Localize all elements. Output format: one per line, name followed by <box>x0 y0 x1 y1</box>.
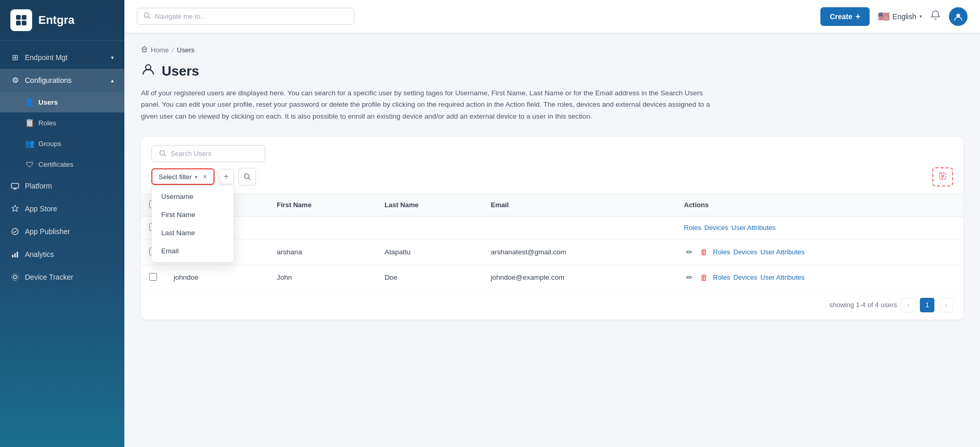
svg-rect-8 <box>12 255 13 257</box>
filter-option-first-name[interactable]: First Name <box>152 206 234 224</box>
sidebar-sub-label-groups: Groups <box>38 140 61 148</box>
chevron-left-icon: ‹ <box>907 301 910 309</box>
export-button[interactable] <box>932 167 953 186</box>
sidebar-item-platform[interactable]: Platform <box>0 175 124 197</box>
delete-button-1[interactable]: 🗑 <box>698 247 710 257</box>
sidebar-sub-label-users: Users <box>38 98 58 106</box>
header-first-name: First Name <box>268 194 376 216</box>
table-row: johndoeJohnDoejohndoe@example.com✏🗑Roles… <box>141 265 963 290</box>
certificates-icon: 🛡 <box>25 160 34 169</box>
svg-rect-10 <box>17 252 18 257</box>
cell-last-name-0 <box>376 216 482 239</box>
users-table: Username First Name Last Name Email Acti <box>141 194 963 290</box>
create-plus-icon: + <box>856 12 860 21</box>
action-link-devices-0[interactable]: Devices <box>704 224 728 232</box>
table-row: arshanaarshanaAtapattuarshanatest@gmail.… <box>141 239 963 265</box>
logo-icon <box>10 9 32 31</box>
action-link-roles-1[interactable]: Roles <box>713 248 730 256</box>
delete-button-2[interactable]: 🗑 <box>698 272 710 283</box>
cell-first-name-1: arshana <box>268 239 376 265</box>
table-section: Search Users Select filter ▾ × Username <box>141 137 963 320</box>
home-icon <box>141 46 148 54</box>
search-filter-button[interactable] <box>238 168 256 185</box>
breadcrumb-home[interactable]: Home <box>151 46 169 54</box>
edit-button-2[interactable]: ✏ <box>684 272 695 283</box>
action-link-roles-2[interactable]: Roles <box>713 273 730 281</box>
topbar: Navigate me to... Create + 🇺🇸 English ▾ <box>124 0 980 33</box>
analytics-icon <box>10 250 20 259</box>
delete-icon-1: 🗑 <box>700 248 708 256</box>
action-link-devices-1[interactable]: Devices <box>733 248 757 256</box>
cell-actions-0: RolesDevicesUser Attributes <box>676 216 963 239</box>
filter-tag-label: Select filter <box>159 173 192 181</box>
create-button[interactable]: Create + <box>820 7 870 26</box>
action-link-roles-0[interactable]: Roles <box>684 224 701 232</box>
create-button-label: Create <box>830 12 853 21</box>
header-last-name: Last Name <box>376 194 482 216</box>
next-page-button[interactable]: › <box>939 298 953 312</box>
svg-point-11 <box>13 276 17 279</box>
table-header-row: Username First Name Last Name Email Acti <box>141 194 963 216</box>
sidebar-item-label-endpoint-mgt: Endpoint Mgt <box>25 53 68 62</box>
sidebar-item-groups[interactable]: 👥 Groups <box>0 133 124 154</box>
search-users-placeholder: Search Users <box>171 150 211 157</box>
svg-rect-3 <box>22 21 26 25</box>
pagination-bar: showing 1-4 of 4 users ‹ 1 › <box>141 290 963 320</box>
edit-icon-1: ✏ <box>686 248 693 256</box>
sidebar-item-certificates[interactable]: 🛡 Certificates <box>0 154 124 175</box>
table-row: adminRolesDevicesUser Attributes <box>141 216 963 239</box>
edit-icon-2: ✏ <box>686 273 693 282</box>
notification-bell-icon[interactable] <box>930 10 941 23</box>
svg-point-18 <box>160 151 165 155</box>
row-checkbox-2[interactable] <box>149 273 157 281</box>
sidebar-item-analytics[interactable]: Analytics <box>0 243 124 266</box>
sidebar-item-label-device-tracker: Device Tracker <box>25 273 73 281</box>
sidebar-item-label-configurations: Configurations <box>25 76 72 84</box>
cell-first-name-2: John <box>268 265 376 290</box>
sidebar-item-configurations[interactable]: ⚙ Configurations ▴ <box>0 69 124 92</box>
filter-close-icon[interactable]: × <box>203 172 207 181</box>
page-description: All of your registered users are display… <box>141 88 711 122</box>
sidebar-item-label-app-publisher: App Publisher <box>25 227 70 236</box>
sidebar-item-users[interactable]: 👤 Users <box>0 92 124 112</box>
brand-name: Entgra <box>38 13 75 27</box>
sidebar-sub-label-certificates: Certificates <box>38 161 74 168</box>
language-selector[interactable]: 🇺🇸 English ▾ <box>878 11 922 22</box>
action-link-user-attributes-1[interactable]: User Attributes <box>760 248 804 256</box>
roles-icon: 📋 <box>25 118 34 127</box>
device-tracker-icon <box>10 272 20 282</box>
sidebar-item-app-store[interactable]: App Store <box>0 197 124 220</box>
sidebar-item-device-tracker[interactable]: Device Tracker <box>0 266 124 289</box>
filter-option-email[interactable]: Email <box>152 242 234 260</box>
prev-page-button[interactable]: ‹ <box>901 298 916 312</box>
edit-button-1[interactable]: ✏ <box>684 247 695 258</box>
search-users-bar: Search Users <box>141 137 963 162</box>
add-filter-button[interactable]: + <box>219 169 234 184</box>
filter-option-username[interactable]: Username <box>152 188 234 206</box>
filter-tag[interactable]: Select filter ▾ × <box>151 168 215 185</box>
cell-actions-2: ✏🗑RolesDevicesUser Attributes <box>676 265 963 290</box>
sidebar-item-endpoint-mgt[interactable]: ⊞ Endpoint Mgt ▾ <box>0 46 124 69</box>
action-links-0: RolesDevicesUser Attributes <box>684 224 955 232</box>
action-link-user-attributes-0[interactable]: User Attributes <box>731 224 775 232</box>
action-link-user-attributes-2[interactable]: User Attributes <box>760 273 804 281</box>
search-users-input[interactable]: Search Users <box>151 145 265 162</box>
svg-point-20 <box>244 174 249 179</box>
cell-username-2: johndoe <box>165 265 268 290</box>
sidebar-item-app-publisher[interactable]: App Publisher <box>0 220 124 243</box>
user-avatar[interactable] <box>949 7 968 26</box>
action-link-devices-2[interactable]: Devices <box>733 273 757 281</box>
chevron-right-icon: › <box>945 301 947 309</box>
filter-option-last-name[interactable]: Last Name <box>152 224 234 242</box>
svg-point-12 <box>12 274 19 281</box>
navigate-search-bar[interactable]: Navigate me to... <box>137 8 354 25</box>
cell-last-name-2: Doe <box>376 265 482 290</box>
groups-icon: 👥 <box>25 139 34 148</box>
cell-last-name-1: Atapattu <box>376 239 482 265</box>
sidebar-item-roles[interactable]: 📋 Roles <box>0 112 124 133</box>
sidebar-sub-label-roles: Roles <box>38 119 56 127</box>
svg-rect-16 <box>143 49 146 52</box>
action-links-2: ✏🗑RolesDevicesUser Attributes <box>684 272 955 283</box>
page-1-button[interactable]: 1 <box>920 298 934 312</box>
cell-email-0 <box>482 216 676 239</box>
